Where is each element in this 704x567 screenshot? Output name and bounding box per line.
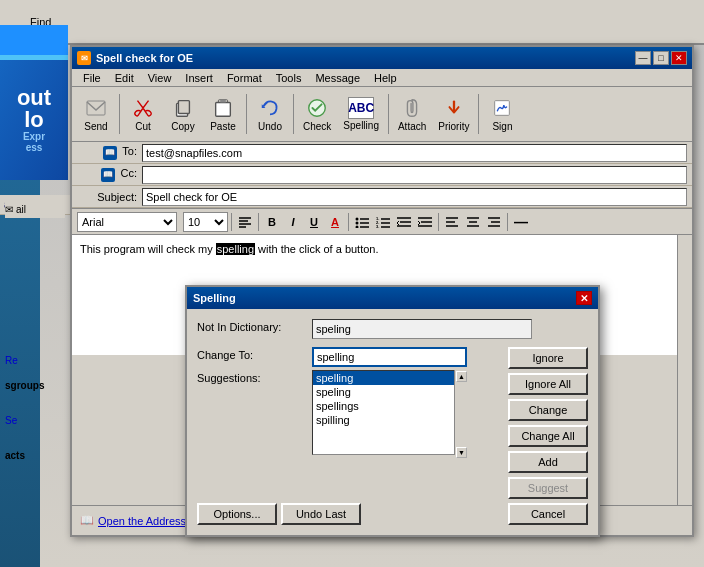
spell-dialog-content: Not In Dictionary: Change To: Suggestion… bbox=[187, 309, 598, 535]
to-input[interactable] bbox=[142, 144, 687, 162]
font-select[interactable]: Arial bbox=[77, 212, 177, 232]
suggestion-item-2[interactable]: spellings bbox=[313, 399, 466, 413]
email-window-title: Spell check for OE bbox=[96, 52, 193, 64]
not-in-dict-input[interactable] bbox=[312, 319, 532, 339]
suggestions-list[interactable]: spelling speling spellings spilling bbox=[312, 370, 467, 455]
send-label: Send bbox=[84, 121, 107, 132]
sign-button[interactable]: Sign bbox=[483, 93, 521, 135]
italic-button[interactable]: I bbox=[283, 212, 303, 232]
cc-label: 📖 Cc: bbox=[77, 167, 142, 182]
email-address-fields: 📖 To: 📖 Cc: Subject: bbox=[72, 142, 692, 209]
priority-label: Priority bbox=[438, 121, 469, 132]
maximize-button[interactable]: □ bbox=[653, 51, 669, 65]
font-color-button[interactable]: A bbox=[325, 212, 345, 232]
ignore-all-button[interactable]: Ignore All bbox=[508, 373, 588, 395]
suggestions-label: Suggestions: bbox=[197, 370, 312, 384]
attach-button[interactable]: Attach bbox=[393, 93, 431, 135]
menu-file[interactable]: File bbox=[77, 71, 107, 85]
sign-icon bbox=[490, 96, 514, 120]
address-book-icon: 📖 bbox=[80, 514, 94, 527]
unordered-list-button[interactable] bbox=[352, 212, 372, 232]
suggestions-scrollbar[interactable]: ▲ ▼ bbox=[454, 370, 467, 455]
undo-button[interactable]: Undo bbox=[251, 93, 289, 135]
cut-button[interactable]: Cut bbox=[124, 93, 162, 135]
menu-insert[interactable]: Insert bbox=[179, 71, 219, 85]
format-sep-3 bbox=[348, 213, 349, 231]
to-label: 📖 To: bbox=[77, 145, 142, 160]
sidebar-mail[interactable]: ✉ail bbox=[5, 200, 65, 218]
cut-icon bbox=[131, 96, 155, 120]
suggest-button[interactable]: Suggest bbox=[508, 477, 588, 499]
cut-label: Cut bbox=[135, 121, 151, 132]
top-bar: Find bbox=[0, 0, 704, 45]
close-button[interactable]: ✕ bbox=[671, 51, 687, 65]
undo-icon bbox=[258, 96, 282, 120]
align-center-button[interactable] bbox=[463, 212, 483, 232]
check-label: Check bbox=[303, 121, 331, 132]
menu-view[interactable]: View bbox=[142, 71, 178, 85]
font-size-select[interactable]: 10 bbox=[183, 212, 228, 232]
sidebar-item-se[interactable]: Se bbox=[5, 415, 65, 426]
align-left-button[interactable] bbox=[235, 212, 255, 232]
copy-icon bbox=[171, 96, 195, 120]
svg-text:3.: 3. bbox=[376, 224, 379, 228]
not-in-dict-label: Not In Dictionary: bbox=[197, 319, 312, 333]
suggestion-item-1[interactable]: speling bbox=[313, 385, 466, 399]
change-button[interactable]: Change bbox=[508, 399, 588, 421]
minimize-button[interactable]: — bbox=[635, 51, 651, 65]
underline-button[interactable]: U bbox=[304, 212, 324, 232]
sidebar-item-newsgroups[interactable]: sgroups bbox=[5, 380, 70, 391]
check-button[interactable]: Check bbox=[298, 93, 336, 135]
email-titlebar: ✉ Spell check for OE — □ ✕ bbox=[72, 47, 692, 69]
svg-rect-5 bbox=[220, 100, 226, 103]
sidebar-item-acts[interactable]: acts bbox=[5, 450, 65, 461]
change-to-input[interactable] bbox=[312, 347, 467, 367]
paste-label: Paste bbox=[210, 121, 236, 132]
spell-dialog-titlebar: Spelling ✕ bbox=[187, 287, 598, 309]
align-right-button[interactable] bbox=[484, 212, 504, 232]
oe-brand: out lo Expr ess bbox=[0, 60, 68, 180]
cancel-button[interactable]: Cancel bbox=[508, 503, 588, 525]
bold-button[interactable]: B bbox=[262, 212, 282, 232]
add-button[interactable]: Add bbox=[508, 451, 588, 473]
spell-dialog-close-button[interactable]: ✕ bbox=[576, 291, 592, 305]
copy-button[interactable]: Copy bbox=[164, 93, 202, 135]
body-scrollbar[interactable] bbox=[677, 235, 692, 505]
svg-point-12 bbox=[356, 217, 359, 220]
menu-format[interactable]: Format bbox=[221, 71, 268, 85]
menu-message[interactable]: Message bbox=[309, 71, 366, 85]
undo-label: Undo bbox=[258, 121, 282, 132]
horizontal-rule-button[interactable]: — bbox=[511, 212, 531, 232]
decrease-indent-button[interactable] bbox=[394, 212, 414, 232]
spell-dialog-buttons: Ignore Ignore All Change Change All Add … bbox=[508, 347, 588, 499]
suggestion-item-0[interactable]: spelling bbox=[313, 371, 466, 385]
ordered-list-button[interactable]: 1.2.3. bbox=[373, 212, 393, 232]
priority-icon bbox=[442, 96, 466, 120]
suggestion-item-3[interactable]: spilling bbox=[313, 413, 466, 427]
increase-indent-button[interactable] bbox=[415, 212, 435, 232]
align-left-btn2[interactable] bbox=[442, 212, 462, 232]
menu-edit[interactable]: Edit bbox=[109, 71, 140, 85]
attach-icon bbox=[400, 96, 424, 120]
change-all-button[interactable]: Change All bbox=[508, 425, 588, 447]
sign-label: Sign bbox=[492, 121, 512, 132]
ignore-button[interactable]: Ignore bbox=[508, 347, 588, 369]
spelling-button[interactable]: ABC Spelling bbox=[338, 94, 384, 134]
svg-point-14 bbox=[356, 221, 359, 224]
subject-label: Subject: bbox=[77, 191, 142, 203]
menu-help[interactable]: Help bbox=[368, 71, 403, 85]
undo-last-button[interactable]: Undo Last bbox=[281, 503, 361, 525]
menu-tools[interactable]: Tools bbox=[270, 71, 308, 85]
format-sep-5 bbox=[507, 213, 508, 231]
cc-input[interactable] bbox=[142, 166, 687, 184]
spell-dialog-title: Spelling bbox=[193, 292, 236, 304]
subject-input[interactable] bbox=[142, 188, 687, 206]
sidebar-item-re[interactable]: Re bbox=[5, 355, 65, 366]
options-button[interactable]: Options... bbox=[197, 503, 277, 525]
email-menubar: File Edit View Insert Format Tools Messa… bbox=[72, 69, 692, 87]
priority-button[interactable]: Priority bbox=[433, 93, 474, 135]
copy-label: Copy bbox=[171, 121, 194, 132]
spelling-label: Spelling bbox=[343, 120, 379, 131]
send-button[interactable]: Send bbox=[77, 93, 115, 135]
paste-button[interactable]: Paste bbox=[204, 93, 242, 135]
